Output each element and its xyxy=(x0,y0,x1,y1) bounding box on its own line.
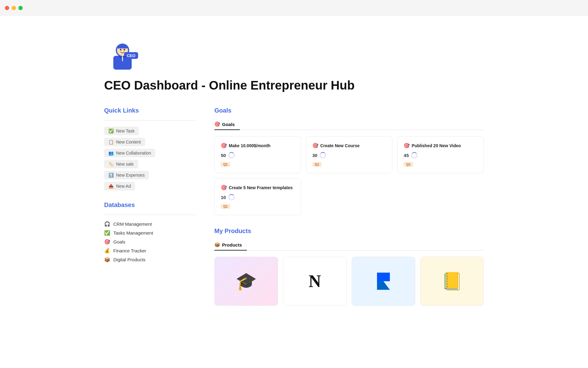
framer-icon xyxy=(373,270,394,292)
product-card-2[interactable]: N xyxy=(283,257,347,306)
left-column: Quick Links ✅ New Task 📋 New Content 👥 N… xyxy=(104,107,196,306)
products-tab-icon: 📦 xyxy=(214,242,220,247)
db-label: Digital Products xyxy=(113,257,145,262)
quick-link-new-ad[interactable]: 📤 New Ad xyxy=(104,182,135,190)
goal-progress-row-2: 30 xyxy=(312,152,386,158)
goals-tabs: 🎯 Goals xyxy=(214,119,484,130)
progress-circle-4 xyxy=(228,194,235,200)
quick-link-label: New Expenses xyxy=(116,173,145,178)
quick-link-label: New sale xyxy=(116,162,134,167)
db-label: Goals xyxy=(113,239,125,244)
goal-card-3: 🎯 Published 20 New Video 45 Q1 xyxy=(397,136,484,173)
svg-marker-11 xyxy=(377,281,390,290)
upload-icon: ⬆️ xyxy=(108,173,114,178)
target-icon: 🎯 xyxy=(104,239,110,245)
titlebar xyxy=(0,0,588,16)
goal-progress-row-3: 45 xyxy=(404,152,477,158)
db-item-tasks[interactable]: ✅ Tasks Management xyxy=(104,230,196,236)
product-card-4[interactable]: 📒 xyxy=(420,257,484,306)
products-section: My Products 📦 Products 🎓 xyxy=(214,228,484,306)
ceo-icon: CEO xyxy=(104,34,141,71)
ebook-icon: 📒 xyxy=(441,271,463,291)
quick-link-new-expenses[interactable]: ⬆️ New Expenses xyxy=(104,171,149,179)
db-label: Finance Tracker xyxy=(113,248,146,253)
products-grid: 🎓 N xyxy=(214,257,484,306)
products-title: My Products xyxy=(214,228,484,235)
quick-link-new-task[interactable]: ✅ New Task xyxy=(104,127,139,135)
db-item-digital[interactable]: 📦 Digital Products xyxy=(104,257,196,263)
quick-link-new-content[interactable]: 📋 New Content xyxy=(104,138,145,146)
goal-icon-2: 🎯 xyxy=(312,143,318,148)
goal-progress-row-4: 10 xyxy=(221,194,295,200)
tab-goals[interactable]: 🎯 Goals xyxy=(214,119,240,130)
quick-link-label: New Collaboration xyxy=(116,151,151,155)
minimize-button[interactable] xyxy=(12,6,16,10)
product-thumb-4: 📒 xyxy=(420,257,484,305)
goals-grid: 🎯 Make 10.000$/month 50 Q1 🎯 xyxy=(214,136,484,215)
quick-link-label: New Content xyxy=(116,140,141,144)
svg-point-4 xyxy=(124,49,125,51)
people-icon: 👥 xyxy=(108,151,114,155)
quick-links-divider xyxy=(104,120,196,121)
headset-icon: 🎧 xyxy=(104,221,110,227)
page-title: CEO Dashboard - Online Entrepreneur Hub xyxy=(104,79,484,92)
db-label: Tasks Management xyxy=(113,230,153,236)
quick-link-new-sale[interactable]: 🏷️ New sale xyxy=(104,160,138,168)
db-label: CRM Management xyxy=(113,221,152,227)
quick-link-label: New Task xyxy=(116,128,134,133)
close-button[interactable] xyxy=(5,6,9,10)
db-item-goals[interactable]: 🎯 Goals xyxy=(104,239,196,245)
goal-icon-4: 🎯 xyxy=(221,185,227,190)
databases-list: 🎧 CRM Management ✅ Tasks Management 🎯 Go… xyxy=(104,221,196,263)
progress-circle-1 xyxy=(228,152,235,158)
goals-section: Goals 🎯 Goals 🎯 Make 10.000$/month xyxy=(214,107,484,215)
box-icon: 📦 xyxy=(104,257,110,263)
products-tab-label: Products xyxy=(222,242,242,247)
main-grid: Quick Links ✅ New Task 📋 New Content 👥 N… xyxy=(104,107,484,306)
progress-circle-3 xyxy=(411,152,417,158)
databases-title: Databases xyxy=(104,201,196,209)
main-content: CEO CEO Dashboard - Online Entrepreneur … xyxy=(80,16,508,318)
notion-icon: N xyxy=(309,271,321,291)
product-card-3[interactable] xyxy=(352,257,415,306)
clipboard-icon: 📋 xyxy=(108,140,114,144)
tag-icon: 🏷️ xyxy=(108,162,114,167)
db-item-finance[interactable]: 💰 Finance Tracker xyxy=(104,248,196,254)
db-item-crm[interactable]: 🎧 CRM Management xyxy=(104,221,196,227)
right-column: Goals 🎯 Goals 🎯 Make 10.000$/month xyxy=(214,107,484,306)
databases-divider xyxy=(104,215,196,215)
goal-card-1: 🎯 Make 10.000$/month 50 Q1 xyxy=(214,136,301,173)
product-card-1[interactable]: 🎓 xyxy=(214,257,278,306)
svg-marker-10 xyxy=(377,273,390,281)
goal-progress-row-1: 50 xyxy=(221,152,295,158)
goal-title-3: 🎯 Published 20 New Video xyxy=(404,143,477,148)
goal-card-4: 🎯 Create 5 New Framer templates 10 Q1 xyxy=(214,178,301,215)
quick-links-title: Quick Links xyxy=(104,107,196,114)
product-thumb-2: N xyxy=(283,257,346,305)
products-tabs: 📦 Products xyxy=(214,240,484,251)
svg-point-3 xyxy=(120,49,122,51)
goals-tab-icon: 🎯 xyxy=(214,121,220,127)
goal-icon-3: 🎯 xyxy=(404,143,410,148)
progress-circle-2 xyxy=(320,152,326,158)
goals-title: Goals xyxy=(214,107,484,114)
quick-link-label: New Ad xyxy=(116,184,131,189)
export-icon: 📤 xyxy=(108,184,114,189)
goal-title-4: 🎯 Create 5 New Framer templates xyxy=(221,185,295,190)
goal-icon-1: 🎯 xyxy=(221,143,227,148)
quick-links-section: Quick Links ✅ New Task 📋 New Content 👥 N… xyxy=(104,107,196,190)
quick-links-list: ✅ New Task 📋 New Content 👥 New Collabora… xyxy=(104,127,196,190)
maximize-button[interactable] xyxy=(18,6,23,10)
product-thumb-3 xyxy=(352,257,415,305)
quick-link-new-collaboration[interactable]: 👥 New Collaboration xyxy=(104,149,155,157)
check-icon: ✅ xyxy=(108,128,114,133)
finance-icon: 💰 xyxy=(104,248,110,254)
goal-title-2: 🎯 Create New Course xyxy=(312,143,386,148)
tab-products[interactable]: 📦 Products xyxy=(214,240,247,251)
svg-text:CEO: CEO xyxy=(127,53,135,58)
check-circle-icon: ✅ xyxy=(104,230,110,236)
product-thumb-1: 🎓 xyxy=(215,257,278,305)
goal-title-1: 🎯 Make 10.000$/month xyxy=(221,143,295,148)
databases-section: Databases 🎧 CRM Management ✅ Tasks Manag… xyxy=(104,201,196,263)
goals-tab-label: Goals xyxy=(222,122,235,127)
